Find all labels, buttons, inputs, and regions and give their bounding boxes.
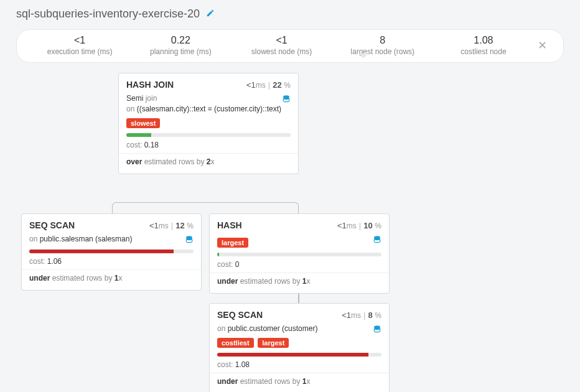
database-icon xyxy=(373,325,381,334)
node-detail: on public.salesman (salesman) xyxy=(29,234,194,245)
cost-bar xyxy=(217,253,381,256)
cost-line: cost: 1.06 xyxy=(29,257,194,266)
pointer-icon xyxy=(358,54,368,58)
node-stats: <1ms|12 % xyxy=(149,221,194,230)
metric-costliest-node[interactable]: 1.08 costliest node xyxy=(433,35,534,56)
estimate-line: under estimated rows by 1x xyxy=(217,277,381,288)
cost-bar xyxy=(217,353,381,357)
metric-value: 1.08 xyxy=(433,35,534,46)
page-title: sql-subqueries-inventory-exercise-20 xyxy=(16,7,200,21)
node-seq-scan-customer[interactable]: SEQ SCAN <1ms|8 % on public.customer (cu… xyxy=(209,303,390,392)
node-seq-scan-salesman[interactable]: SEQ SCAN <1ms|12 % on public.salesman (s… xyxy=(21,213,202,291)
metric-label: costliest node xyxy=(433,47,534,56)
node-stats: <1ms|8 % xyxy=(342,310,381,320)
cost-bar xyxy=(29,250,194,253)
metric-execution-time[interactable]: <1 execution time (ms) xyxy=(29,35,130,56)
unit: ms xyxy=(159,222,169,230)
node-time: <1 xyxy=(337,221,347,230)
unit: % xyxy=(187,222,194,230)
badge-slowest: slowest xyxy=(126,118,160,128)
cost-line: cost: 0.18 xyxy=(126,141,291,149)
node-detail: Semi join xyxy=(126,93,291,104)
badge-largest: largest xyxy=(258,338,289,348)
node-title: SEQ SCAN xyxy=(29,220,75,230)
cost-bar xyxy=(126,133,291,137)
node-time: <1 xyxy=(246,80,256,90)
connector xyxy=(112,202,299,215)
node-pct: 12 xyxy=(175,221,184,230)
metric-value: 8 xyxy=(332,35,433,46)
metric-label: slowest node (ms) xyxy=(231,47,332,56)
database-icon xyxy=(373,235,381,244)
metric-label: planning time (ms) xyxy=(130,47,231,56)
database-icon xyxy=(282,95,291,103)
node-hash-join[interactable]: HASH JOIN <1ms|22 % Semi join on ((sales… xyxy=(118,73,299,174)
cost-line: cost: 0 xyxy=(217,260,381,269)
node-title: HASH xyxy=(217,220,242,230)
badge-costliest: costliest xyxy=(217,338,254,348)
unit: ms xyxy=(347,222,357,230)
metric-value: 0.22 xyxy=(130,35,231,46)
badge-largest: largest xyxy=(217,238,248,248)
unit: % xyxy=(375,311,381,320)
pencil-icon[interactable] xyxy=(206,9,215,19)
node-detail: on ((salesman.city)::text = (customer.ci… xyxy=(126,104,291,114)
estimate-line: under estimated rows by 1x xyxy=(29,274,194,285)
metric-largest-node[interactable]: 8 largest node (rows) xyxy=(332,35,433,56)
node-time: <1 xyxy=(342,310,351,320)
metric-label: execution time (ms) xyxy=(29,47,130,56)
node-pct: 10 xyxy=(363,221,372,230)
node-detail: on public.customer (customer) xyxy=(217,324,381,334)
cost-line: cost: 1.08 xyxy=(217,360,381,369)
node-pct: 8 xyxy=(368,310,372,320)
metric-value: <1 xyxy=(231,35,332,46)
plan-tree: HASH JOIN <1ms|22 % Semi join on ((sales… xyxy=(0,63,580,386)
unit: % xyxy=(284,81,291,90)
node-time: <1 xyxy=(149,221,159,230)
node-title: HASH JOIN xyxy=(126,80,174,90)
metrics-bar: <1 execution time (ms) 0.22 planning tim… xyxy=(16,29,564,63)
node-title: SEQ SCAN xyxy=(217,310,263,320)
unit: ms xyxy=(256,81,266,90)
node-pct: 22 xyxy=(273,80,281,90)
metric-slowest-node[interactable]: <1 slowest node (ms) xyxy=(231,35,332,56)
node-hash[interactable]: HASH <1ms|10 % largest cost: 0 under est… xyxy=(209,213,390,294)
metric-planning-time[interactable]: 0.22 planning time (ms) xyxy=(130,35,231,56)
unit: % xyxy=(375,222,381,230)
database-icon xyxy=(185,235,194,244)
estimate-line: under estimated rows by 1x xyxy=(217,377,381,388)
close-icon[interactable]: ✕ xyxy=(534,39,551,52)
node-stats: <1ms|22 % xyxy=(246,80,291,90)
metric-label: largest node (rows) xyxy=(332,47,433,56)
metric-value: <1 xyxy=(29,35,130,46)
unit: ms xyxy=(351,311,361,320)
estimate-line: over estimated rows by 2x xyxy=(126,157,291,169)
node-stats: <1ms|10 % xyxy=(337,221,381,230)
